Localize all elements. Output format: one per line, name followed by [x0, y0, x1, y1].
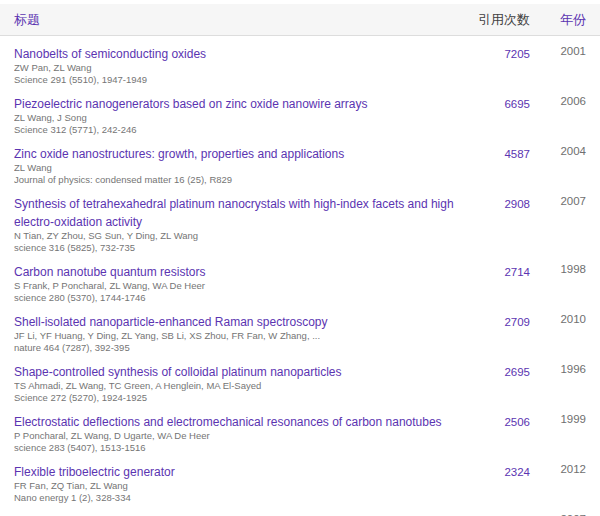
cited-by-count-link[interactable]: 4587: [504, 148, 530, 160]
cited-by-count-link[interactable]: 2908: [504, 198, 530, 210]
column-header-cited-by-cell: 引用次数: [460, 11, 530, 29]
column-header-year-cell: 年份: [530, 11, 586, 29]
cited-by-cell: 2714: [460, 262, 530, 280]
cited-by-cell: 6695: [460, 94, 530, 112]
publication-row: Zinc oxide nanostructures: growth, prope…: [0, 136, 600, 186]
publication-year: 2001: [530, 44, 586, 58]
publication-main-cell: Synthesis of tetrahexahedral platinum na…: [14, 194, 460, 254]
publication-venue: science 316 (5825), 732-735: [14, 242, 460, 254]
table-header: 标题 引用次数 年份: [0, 4, 600, 36]
publication-year: 1998: [530, 262, 586, 276]
publication-venue: Science 272 (5270), 1924-1925: [14, 392, 460, 404]
publication-title-link[interactable]: Piezoelectric nanogenerators based on zi…: [14, 97, 368, 111]
publication-title-block: Shape-controlled synthesis of colloidal …: [14, 362, 460, 380]
cited-by-cell: 2506: [460, 412, 530, 430]
column-header-title-cell: 标题: [14, 11, 460, 29]
cited-by-cell: 2695: [460, 362, 530, 380]
publication-main-cell: Shell-isolated nanoparticle-enhanced Ram…: [14, 312, 460, 354]
publication-main-cell: Shape-controlled synthesis of colloidal …: [14, 362, 460, 404]
cited-by-cell: 2908: [460, 194, 530, 212]
cited-by-count-link[interactable]: 2506: [504, 416, 530, 428]
publication-row: Synthesis of tetrahexahedral platinum na…: [0, 186, 600, 254]
publication-row: Direct-current nanogenerator driven by u…: [0, 504, 600, 516]
publication-title-block: Nanobelts of semiconducting oxides: [14, 44, 460, 62]
publication-authors: FR Fan, ZQ Tian, ZL Wang: [14, 480, 460, 492]
publication-title-block: Carbon nanotube quantum resistors: [14, 262, 460, 280]
publication-title-link[interactable]: Shell-isolated nanoparticle-enhanced Ram…: [14, 315, 328, 329]
publication-row: Carbon nanotube quantum resistors S Fran…: [0, 254, 600, 304]
cited-by-cell: 7205: [460, 44, 530, 62]
publication-venue: science 280 (5370), 1744-1746: [14, 292, 460, 304]
cited-by-count-link[interactable]: 2324: [504, 466, 530, 478]
publication-venue: Journal of physics: condensed matter 16 …: [14, 174, 460, 186]
publication-venue: Nano energy 1 (2), 328-334: [14, 492, 460, 504]
publication-venue: Science 291 (5510), 1947-1949: [14, 74, 460, 86]
publication-title-block: Zinc oxide nanostructures: growth, prope…: [14, 144, 460, 162]
publication-list: Nanobelts of semiconducting oxides ZW Pa…: [0, 36, 600, 516]
publication-authors: TS Ahmadi, ZL Wang, TC Green, A Henglein…: [14, 380, 460, 392]
publication-row: Electrostatic deflections and electromec…: [0, 404, 600, 454]
publication-main-cell: Flexible triboelectric generator FR Fan,…: [14, 462, 460, 504]
publication-authors: ZL Wang: [14, 162, 460, 174]
publication-year: 2012: [530, 462, 586, 476]
publication-title-block: Synthesis of tetrahexahedral platinum na…: [14, 194, 460, 230]
publication-main-cell: Zinc oxide nanostructures: growth, prope…: [14, 144, 460, 186]
publication-venue: nature 464 (7287), 392-395: [14, 342, 460, 354]
publication-year: 2004: [530, 144, 586, 158]
publication-authors: N Tian, ZY Zhou, SG Sun, Y Ding, ZL Wang: [14, 230, 460, 242]
column-header-cited-by[interactable]: 引用次数: [478, 12, 530, 27]
column-header-title[interactable]: 标题: [14, 12, 40, 27]
publication-venue: science 283 (5407), 1513-1516: [14, 442, 460, 454]
publication-main-cell: Electrostatic deflections and electromec…: [14, 412, 460, 454]
cited-by-count-link[interactable]: 2714: [504, 266, 530, 278]
cited-by-count-link[interactable]: 2695: [504, 366, 530, 378]
publication-title-block: Shell-isolated nanoparticle-enhanced Ram…: [14, 312, 460, 330]
publication-main-cell: Piezoelectric nanogenerators based on zi…: [14, 94, 460, 136]
cited-by-cell: 2709: [460, 312, 530, 330]
cited-by-count-link[interactable]: 6695: [504, 98, 530, 110]
cited-by-cell: 4587: [460, 144, 530, 162]
publication-row: Flexible triboelectric generator FR Fan,…: [0, 454, 600, 504]
cited-by-count-link[interactable]: 7205: [504, 48, 530, 60]
publication-authors: P Poncharal, ZL Wang, D Ugarte, WA De He…: [14, 430, 460, 442]
publication-row: Nanobelts of semiconducting oxides ZW Pa…: [0, 36, 600, 86]
publication-year: 2007: [530, 512, 586, 516]
publication-year: 2007: [530, 194, 586, 208]
publication-year: 1999: [530, 412, 586, 426]
publication-title-link[interactable]: Synthesis of tetrahexahedral platinum na…: [14, 197, 454, 229]
publication-title-block: Piezoelectric nanogenerators based on zi…: [14, 94, 460, 112]
publication-title-block: Direct-current nanogenerator driven by u…: [14, 512, 460, 516]
publication-row: Shell-isolated nanoparticle-enhanced Ram…: [0, 304, 600, 354]
publication-year: 2010: [530, 312, 586, 326]
publication-title-block: Flexible triboelectric generator: [14, 462, 460, 480]
publication-title-block: Electrostatic deflections and electromec…: [14, 412, 460, 430]
publication-title-link[interactable]: Carbon nanotube quantum resistors: [14, 265, 205, 279]
publication-main-cell: Carbon nanotube quantum resistors S Fran…: [14, 262, 460, 304]
cited-by-cell: 2324: [460, 462, 530, 480]
publication-venue: Science 312 (5771), 242-246: [14, 124, 460, 136]
scholar-publications-table: 标题 引用次数 年份 Nanobelts of semiconducting o…: [0, 4, 600, 516]
publication-year: 1996: [530, 362, 586, 376]
publication-row: Shape-controlled synthesis of colloidal …: [0, 354, 600, 404]
publication-title-link[interactable]: Electrostatic deflections and electromec…: [14, 415, 442, 429]
publication-row: Piezoelectric nanogenerators based on zi…: [0, 86, 600, 136]
cited-by-count-link[interactable]: 2709: [504, 316, 530, 328]
publication-title-link[interactable]: Zinc oxide nanostructures: growth, prope…: [14, 147, 344, 161]
publication-authors: JF Li, YF Huang, Y Ding, ZL Yang, SB Li,…: [14, 330, 460, 342]
publication-main-cell: Nanobelts of semiconducting oxides ZW Pa…: [14, 44, 460, 86]
column-header-year[interactable]: 年份: [560, 12, 586, 27]
cited-by-cell: 2276: [460, 512, 530, 516]
publication-year: 2006: [530, 94, 586, 108]
publication-main-cell: Direct-current nanogenerator driven by u…: [14, 512, 460, 516]
publication-title-link[interactable]: Nanobelts of semiconducting oxides: [14, 47, 206, 61]
publication-title-link[interactable]: Shape-controlled synthesis of colloidal …: [14, 365, 342, 379]
publication-authors: ZW Pan, ZL Wang: [14, 62, 460, 74]
publication-authors: S Frank, P Poncharal, ZL Wang, WA De Hee…: [14, 280, 460, 292]
publication-title-link[interactable]: Flexible triboelectric generator: [14, 465, 175, 479]
publication-authors: ZL Wang, J Song: [14, 112, 460, 124]
